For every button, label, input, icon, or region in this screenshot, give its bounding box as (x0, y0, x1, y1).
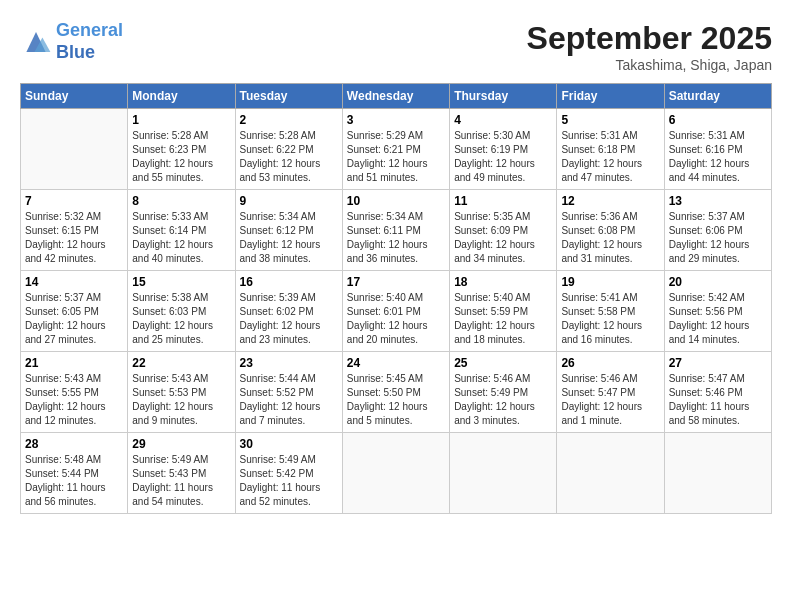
day-number: 28 (25, 437, 123, 451)
day-number: 13 (669, 194, 767, 208)
calendar-cell: 4Sunrise: 5:30 AM Sunset: 6:19 PM Daylig… (450, 109, 557, 190)
logo: GeneralBlue (20, 20, 123, 63)
calendar-cell: 14Sunrise: 5:37 AM Sunset: 6:05 PM Dayli… (21, 271, 128, 352)
calendar-cell: 12Sunrise: 5:36 AM Sunset: 6:08 PM Dayli… (557, 190, 664, 271)
weekday-header-cell: Tuesday (235, 84, 342, 109)
day-info: Sunrise: 5:49 AM Sunset: 5:42 PM Dayligh… (240, 453, 338, 509)
calendar-cell (557, 433, 664, 514)
day-number: 11 (454, 194, 552, 208)
calendar-cell: 16Sunrise: 5:39 AM Sunset: 6:02 PM Dayli… (235, 271, 342, 352)
calendar-cell: 5Sunrise: 5:31 AM Sunset: 6:18 PM Daylig… (557, 109, 664, 190)
day-number: 10 (347, 194, 445, 208)
day-number: 16 (240, 275, 338, 289)
day-number: 1 (132, 113, 230, 127)
calendar-cell: 21Sunrise: 5:43 AM Sunset: 5:55 PM Dayli… (21, 352, 128, 433)
day-info: Sunrise: 5:40 AM Sunset: 5:59 PM Dayligh… (454, 291, 552, 347)
day-number: 12 (561, 194, 659, 208)
location: Takashima, Shiga, Japan (527, 57, 772, 73)
calendar-week-row: 14Sunrise: 5:37 AM Sunset: 6:05 PM Dayli… (21, 271, 772, 352)
day-number: 29 (132, 437, 230, 451)
title-block: September 2025 Takashima, Shiga, Japan (527, 20, 772, 73)
calendar-cell: 25Sunrise: 5:46 AM Sunset: 5:49 PM Dayli… (450, 352, 557, 433)
day-info: Sunrise: 5:34 AM Sunset: 6:12 PM Dayligh… (240, 210, 338, 266)
day-number: 22 (132, 356, 230, 370)
day-info: Sunrise: 5:43 AM Sunset: 5:55 PM Dayligh… (25, 372, 123, 428)
day-info: Sunrise: 5:36 AM Sunset: 6:08 PM Dayligh… (561, 210, 659, 266)
logo-icon (20, 28, 52, 56)
logo-text: GeneralBlue (56, 20, 123, 63)
calendar-cell: 7Sunrise: 5:32 AM Sunset: 6:15 PM Daylig… (21, 190, 128, 271)
calendar-cell (342, 433, 449, 514)
day-info: Sunrise: 5:37 AM Sunset: 6:06 PM Dayligh… (669, 210, 767, 266)
day-info: Sunrise: 5:30 AM Sunset: 6:19 PM Dayligh… (454, 129, 552, 185)
day-info: Sunrise: 5:46 AM Sunset: 5:49 PM Dayligh… (454, 372, 552, 428)
month-title: September 2025 (527, 20, 772, 57)
day-info: Sunrise: 5:43 AM Sunset: 5:53 PM Dayligh… (132, 372, 230, 428)
day-number: 24 (347, 356, 445, 370)
calendar-cell: 30Sunrise: 5:49 AM Sunset: 5:42 PM Dayli… (235, 433, 342, 514)
day-info: Sunrise: 5:34 AM Sunset: 6:11 PM Dayligh… (347, 210, 445, 266)
day-number: 15 (132, 275, 230, 289)
day-info: Sunrise: 5:45 AM Sunset: 5:50 PM Dayligh… (347, 372, 445, 428)
day-info: Sunrise: 5:47 AM Sunset: 5:46 PM Dayligh… (669, 372, 767, 428)
day-info: Sunrise: 5:28 AM Sunset: 6:23 PM Dayligh… (132, 129, 230, 185)
calendar-cell: 28Sunrise: 5:48 AM Sunset: 5:44 PM Dayli… (21, 433, 128, 514)
calendar-cell: 13Sunrise: 5:37 AM Sunset: 6:06 PM Dayli… (664, 190, 771, 271)
day-info: Sunrise: 5:31 AM Sunset: 6:16 PM Dayligh… (669, 129, 767, 185)
calendar-cell: 11Sunrise: 5:35 AM Sunset: 6:09 PM Dayli… (450, 190, 557, 271)
calendar-cell: 2Sunrise: 5:28 AM Sunset: 6:22 PM Daylig… (235, 109, 342, 190)
calendar-cell: 3Sunrise: 5:29 AM Sunset: 6:21 PM Daylig… (342, 109, 449, 190)
day-number: 5 (561, 113, 659, 127)
day-number: 14 (25, 275, 123, 289)
calendar-cell: 29Sunrise: 5:49 AM Sunset: 5:43 PM Dayli… (128, 433, 235, 514)
calendar-cell: 19Sunrise: 5:41 AM Sunset: 5:58 PM Dayli… (557, 271, 664, 352)
day-info: Sunrise: 5:28 AM Sunset: 6:22 PM Dayligh… (240, 129, 338, 185)
calendar-cell: 24Sunrise: 5:45 AM Sunset: 5:50 PM Dayli… (342, 352, 449, 433)
weekday-header-cell: Monday (128, 84, 235, 109)
calendar-cell: 18Sunrise: 5:40 AM Sunset: 5:59 PM Dayli… (450, 271, 557, 352)
calendar-cell (21, 109, 128, 190)
calendar-cell: 1Sunrise: 5:28 AM Sunset: 6:23 PM Daylig… (128, 109, 235, 190)
calendar-cell (450, 433, 557, 514)
day-number: 23 (240, 356, 338, 370)
day-info: Sunrise: 5:42 AM Sunset: 5:56 PM Dayligh… (669, 291, 767, 347)
day-info: Sunrise: 5:41 AM Sunset: 5:58 PM Dayligh… (561, 291, 659, 347)
calendar-cell: 26Sunrise: 5:46 AM Sunset: 5:47 PM Dayli… (557, 352, 664, 433)
day-number: 2 (240, 113, 338, 127)
day-number: 7 (25, 194, 123, 208)
day-number: 6 (669, 113, 767, 127)
day-info: Sunrise: 5:46 AM Sunset: 5:47 PM Dayligh… (561, 372, 659, 428)
day-number: 4 (454, 113, 552, 127)
weekday-header-cell: Saturday (664, 84, 771, 109)
weekday-header-row: SundayMondayTuesdayWednesdayThursdayFrid… (21, 84, 772, 109)
day-info: Sunrise: 5:32 AM Sunset: 6:15 PM Dayligh… (25, 210, 123, 266)
calendar-cell: 27Sunrise: 5:47 AM Sunset: 5:46 PM Dayli… (664, 352, 771, 433)
day-number: 19 (561, 275, 659, 289)
calendar-week-row: 21Sunrise: 5:43 AM Sunset: 5:55 PM Dayli… (21, 352, 772, 433)
day-number: 20 (669, 275, 767, 289)
page-header: GeneralBlue September 2025 Takashima, Sh… (20, 20, 772, 73)
day-number: 25 (454, 356, 552, 370)
day-info: Sunrise: 5:48 AM Sunset: 5:44 PM Dayligh… (25, 453, 123, 509)
calendar-cell: 23Sunrise: 5:44 AM Sunset: 5:52 PM Dayli… (235, 352, 342, 433)
day-number: 3 (347, 113, 445, 127)
calendar-cell: 9Sunrise: 5:34 AM Sunset: 6:12 PM Daylig… (235, 190, 342, 271)
calendar-table: SundayMondayTuesdayWednesdayThursdayFrid… (20, 83, 772, 514)
day-info: Sunrise: 5:40 AM Sunset: 6:01 PM Dayligh… (347, 291, 445, 347)
day-info: Sunrise: 5:35 AM Sunset: 6:09 PM Dayligh… (454, 210, 552, 266)
day-number: 18 (454, 275, 552, 289)
day-number: 27 (669, 356, 767, 370)
day-info: Sunrise: 5:29 AM Sunset: 6:21 PM Dayligh… (347, 129, 445, 185)
day-info: Sunrise: 5:49 AM Sunset: 5:43 PM Dayligh… (132, 453, 230, 509)
day-number: 9 (240, 194, 338, 208)
day-info: Sunrise: 5:39 AM Sunset: 6:02 PM Dayligh… (240, 291, 338, 347)
calendar-week-row: 7Sunrise: 5:32 AM Sunset: 6:15 PM Daylig… (21, 190, 772, 271)
calendar-body: 1Sunrise: 5:28 AM Sunset: 6:23 PM Daylig… (21, 109, 772, 514)
calendar-cell: 17Sunrise: 5:40 AM Sunset: 6:01 PM Dayli… (342, 271, 449, 352)
calendar-cell: 6Sunrise: 5:31 AM Sunset: 6:16 PM Daylig… (664, 109, 771, 190)
day-number: 8 (132, 194, 230, 208)
day-info: Sunrise: 5:44 AM Sunset: 5:52 PM Dayligh… (240, 372, 338, 428)
weekday-header-cell: Sunday (21, 84, 128, 109)
day-info: Sunrise: 5:37 AM Sunset: 6:05 PM Dayligh… (25, 291, 123, 347)
day-number: 30 (240, 437, 338, 451)
